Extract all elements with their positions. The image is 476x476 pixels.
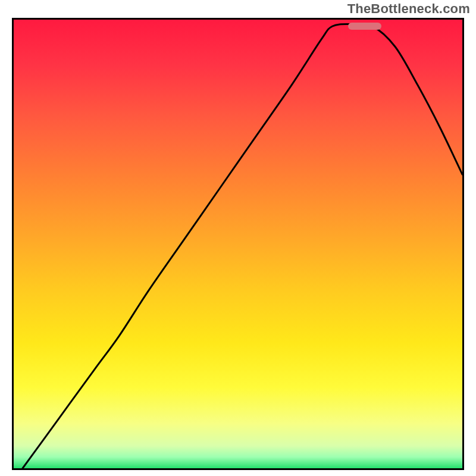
optimal-zone-marker bbox=[348, 23, 382, 30]
gradient-background bbox=[14, 20, 462, 468]
watermark-text: TheBottleneck.com bbox=[347, 1, 470, 17]
bottleneck-chart bbox=[12, 18, 464, 470]
